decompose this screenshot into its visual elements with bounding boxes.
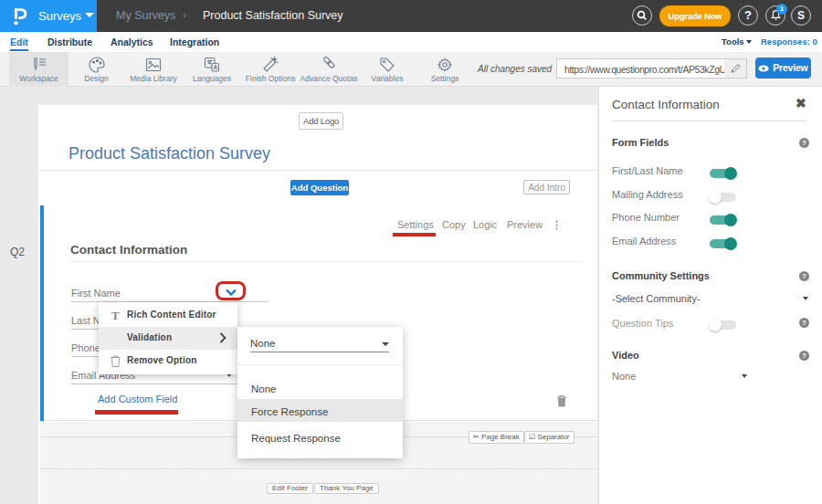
svg-text:A: A [213, 64, 217, 70]
